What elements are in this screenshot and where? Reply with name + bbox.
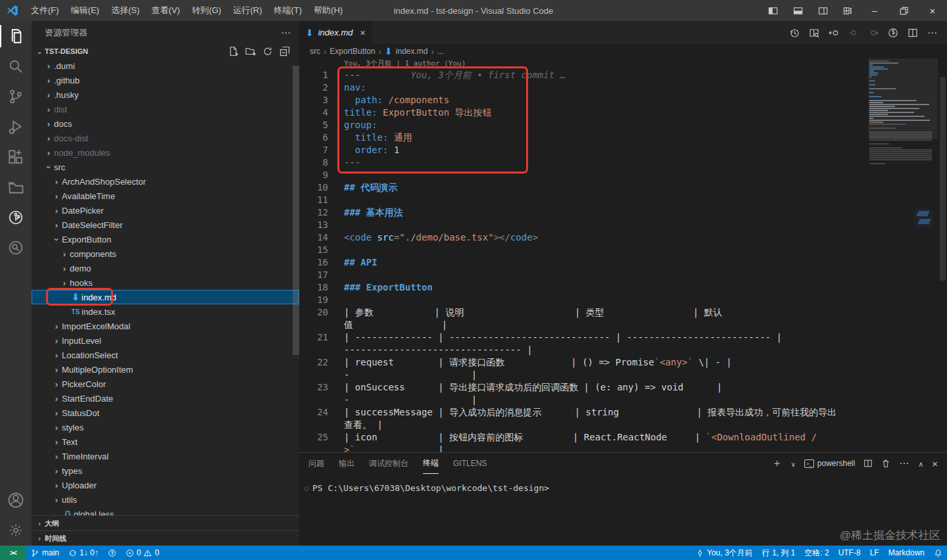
open-preview-icon[interactable] bbox=[809, 28, 819, 38]
toggle-panel-icon[interactable] bbox=[785, 0, 810, 21]
tree-item-ExportButton[interactable]: ›ExportButton bbox=[32, 232, 299, 246]
project-section-header[interactable]: ⌄ TST-DESIGN bbox=[32, 44, 299, 58]
tree-item-index-md[interactable]: ⬇index.md bbox=[32, 290, 299, 304]
tree-item-index-tsx[interactable]: TSindex.tsx bbox=[32, 304, 299, 319]
panel-tab-终端[interactable]: 终端 bbox=[423, 453, 439, 474]
tree-item-InputLevel[interactable]: ›InputLevel bbox=[32, 333, 299, 348]
tree-item-node-modules[interactable]: ›node_modules bbox=[32, 145, 299, 160]
gitlens-inspect-icon[interactable] bbox=[0, 233, 32, 263]
breadcrumb-item[interactable]: index.md bbox=[396, 47, 428, 56]
tree-item-StatusDot[interactable]: ›StatusDot bbox=[32, 406, 299, 420]
gitlens-icon[interactable] bbox=[0, 202, 32, 233]
terminal-dropdown-icon[interactable]: ∨ bbox=[790, 459, 795, 469]
editor-scrollbar[interactable] bbox=[940, 77, 946, 281]
tree-item--github[interactable]: ›.github bbox=[32, 73, 299, 87]
toggle-secondary-sidebar-icon[interactable] bbox=[810, 0, 835, 21]
account-icon[interactable] bbox=[0, 485, 32, 515]
breadcrumb-item[interactable]: ExportButton bbox=[329, 47, 375, 56]
search-icon[interactable] bbox=[0, 51, 32, 82]
section-时间线[interactable]: ›时间线 bbox=[32, 530, 299, 546]
status-branch[interactable]: main bbox=[26, 546, 64, 560]
code-editor[interactable]: You, 3个月前 | 1 author (You)1--- You, 3个月前… bbox=[299, 58, 947, 452]
customize-layout-icon[interactable] bbox=[835, 0, 860, 21]
tree-item-MultipleOptionItem[interactable]: ›MultipleOptionItem bbox=[32, 362, 299, 377]
explorer-more-icon[interactable]: ⋯ bbox=[281, 27, 291, 39]
tree-item-utils[interactable]: ›utils bbox=[32, 492, 299, 507]
new-folder-icon[interactable] bbox=[245, 46, 256, 57]
terminal-instance-powershell[interactable]: >_powershell bbox=[804, 459, 855, 468]
tree-item-Uploader[interactable]: ›Uploader bbox=[32, 478, 299, 492]
status-sync[interactable]: 1↓ 0↑ bbox=[64, 546, 103, 560]
explorer-icon[interactable] bbox=[0, 21, 32, 51]
refresh-icon[interactable] bbox=[262, 46, 273, 57]
minimize-icon[interactable]: – bbox=[860, 0, 889, 21]
tree-item-ImportExcelModal[interactable]: ›ImportExcelModal bbox=[32, 319, 299, 333]
panel-tab-调试控制台[interactable]: 调试控制台 bbox=[369, 453, 408, 474]
panel-tab-GITLENS[interactable]: GITLENS bbox=[453, 453, 487, 474]
breadcrumb-item[interactable]: ... bbox=[437, 47, 444, 56]
tree-item-hooks[interactable]: ›hooks bbox=[32, 275, 299, 290]
tree-item-DateSelectFilter[interactable]: ›DateSelectFilter bbox=[32, 218, 299, 232]
status-bell[interactable] bbox=[929, 546, 947, 560]
status-gitlens-branch[interactable] bbox=[103, 546, 121, 560]
section-大纲[interactable]: ›大纲 bbox=[32, 515, 299, 530]
menu-item[interactable]: 文件(F) bbox=[25, 0, 65, 21]
new-file-icon[interactable] bbox=[228, 46, 239, 57]
tree-item-PickerColor[interactable]: ›PickerColor bbox=[32, 377, 299, 391]
restore-icon[interactable] bbox=[889, 0, 918, 21]
status-LF[interactable]: LF bbox=[865, 546, 884, 560]
breadcrumb-item[interactable]: src bbox=[310, 47, 320, 56]
terminal-content[interactable]: ○ PS C:\Users\67038\Desktop\workcode\tst… bbox=[299, 474, 947, 493]
tree-item-demo[interactable]: ›demo bbox=[32, 261, 299, 275]
kill-terminal-icon[interactable] bbox=[881, 459, 890, 468]
tree-item-types[interactable]: ›types bbox=[32, 463, 299, 478]
split-editor-icon[interactable] bbox=[908, 28, 918, 38]
status-行-1--列-1[interactable]: 行 1, 列 1 bbox=[758, 546, 800, 560]
remote-indicator[interactable]: >< bbox=[0, 546, 26, 560]
new-terminal-icon[interactable]: ＋ bbox=[771, 457, 782, 471]
maximize-panel-icon[interactable]: ∧ bbox=[918, 459, 923, 469]
tree-item-AvailableTime[interactable]: ›AvailableTime bbox=[32, 189, 299, 203]
tree-item-LocationSelect[interactable]: ›LocationSelect bbox=[32, 348, 299, 362]
tree-item-styles[interactable]: ›styles bbox=[32, 420, 299, 434]
tab-index-md[interactable]: ⬇ index.md × bbox=[299, 21, 372, 44]
tree-item-components[interactable]: ›components bbox=[32, 246, 299, 261]
open-changes-icon[interactable] bbox=[829, 28, 839, 38]
menu-item[interactable]: 编辑(E) bbox=[65, 0, 105, 21]
menu-item[interactable]: 选择(S) bbox=[105, 0, 145, 21]
status-You--3个月前[interactable]: You, 3个月前 bbox=[691, 546, 758, 560]
tree-item-src[interactable]: ›src bbox=[32, 160, 299, 174]
minimap[interactable] bbox=[869, 60, 935, 165]
tree-item--husky[interactable]: ›.husky bbox=[32, 87, 299, 102]
menu-item[interactable]: 查看(V) bbox=[145, 0, 185, 21]
menu-item[interactable]: 终端(T) bbox=[268, 0, 308, 21]
tree-item-docs-dist[interactable]: ›docs-dist bbox=[32, 131, 299, 145]
panel-tab-问题[interactable]: 问题 bbox=[308, 453, 324, 474]
tree-item-dist[interactable]: ›dist bbox=[32, 102, 299, 116]
tree-item-Text[interactable]: ›Text bbox=[32, 434, 299, 449]
close-icon[interactable]: × bbox=[918, 0, 947, 21]
sidebar-scrollbar[interactable] bbox=[293, 66, 299, 355]
tree-item-DatePicker[interactable]: ›DatePicker bbox=[32, 203, 299, 218]
more-icon[interactable]: ⋯ bbox=[899, 457, 910, 469]
panel-tab-输出[interactable]: 输出 bbox=[339, 453, 354, 474]
source-control-icon[interactable] bbox=[0, 82, 32, 112]
toggle-sidebar-icon[interactable] bbox=[760, 0, 785, 21]
status-空格--2[interactable]: 空格: 2 bbox=[800, 546, 833, 560]
history-icon[interactable] bbox=[789, 28, 800, 38]
settings-gear-icon[interactable] bbox=[0, 515, 32, 546]
tree-item-global-less[interactable]: {}global.less bbox=[32, 507, 299, 515]
tree-item-StartEndDate[interactable]: ›StartEndDate bbox=[32, 391, 299, 406]
menu-item[interactable]: 帮助(H) bbox=[308, 0, 349, 21]
collapse-all-icon[interactable] bbox=[279, 46, 290, 57]
more-actions-icon[interactable]: ⋯ bbox=[927, 27, 938, 39]
status-UTF-8[interactable]: UTF-8 bbox=[834, 546, 865, 560]
menu-item[interactable]: 转到(G) bbox=[186, 0, 228, 21]
status-Markdown[interactable]: Markdown bbox=[884, 546, 929, 560]
status-error[interactable]: 00 bbox=[121, 546, 164, 560]
tree-item-TimeInterval[interactable]: ›TimeInterval bbox=[32, 449, 299, 463]
tree-item--dumi[interactable]: ›.dumi bbox=[32, 58, 299, 73]
close-panel-icon[interactable]: × bbox=[932, 458, 938, 469]
menu-item[interactable]: 运行(R) bbox=[227, 0, 268, 21]
gitlens-graph-icon[interactable] bbox=[888, 28, 898, 38]
